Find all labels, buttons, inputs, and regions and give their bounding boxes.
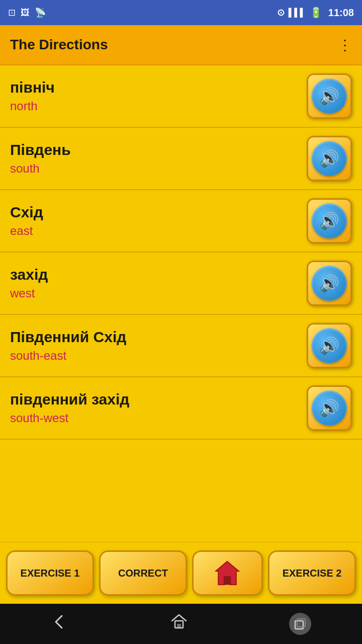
vocab-translation: north xyxy=(10,99,55,113)
signal-bars-icon: ▌▌▌ xyxy=(289,8,306,17)
hotspot-icon: ⊙ xyxy=(277,7,285,18)
audio-circle: 🔊 xyxy=(312,328,347,363)
audio-button-0[interactable]: 🔊 xyxy=(307,73,352,119)
exercise2-button[interactable]: EXERCISE 2 xyxy=(268,550,356,596)
house-icon xyxy=(214,559,241,587)
overflow-menu-button[interactable]: ⋮ xyxy=(338,37,352,53)
status-bar: ⊡ 🖼 📡 ⊙ ▌▌▌ 🔋 11:08 xyxy=(0,0,362,25)
exercise1-button[interactable]: EXERCISE 1 xyxy=(6,550,94,596)
vocab-text: північ north xyxy=(10,79,55,113)
home-nav-button[interactable] xyxy=(170,613,188,635)
vocab-translation: east xyxy=(10,224,43,238)
vocab-translation: south xyxy=(10,162,71,176)
vocab-item: захід west 🔊 xyxy=(0,253,362,315)
header: The Directions ⋮ xyxy=(0,25,362,65)
vocab-word: Південь xyxy=(10,141,71,158)
vocabulary-list: північ north 🔊 Південь south 🔊 Схід east… xyxy=(0,65,362,542)
svg-rect-3 xyxy=(177,624,181,628)
audio-button-2[interactable]: 🔊 xyxy=(307,198,352,244)
vocab-text: Південний Схід south-east xyxy=(10,329,126,363)
svg-rect-1 xyxy=(224,577,231,585)
status-icons-left: ⊡ 🖼 📡 xyxy=(8,7,46,18)
vocab-text: Схід east xyxy=(10,204,43,238)
audio-circle: 🔊 xyxy=(312,141,347,176)
audio-circle: 🔊 xyxy=(312,78,347,114)
speaker-icon: 🔊 xyxy=(319,87,339,106)
vocab-translation: south-west xyxy=(10,411,129,425)
speaker-icon: 🔊 xyxy=(319,336,339,355)
correct-button[interactable]: CORRECT xyxy=(99,550,187,596)
svg-rect-5 xyxy=(297,619,305,627)
vocab-translation: west xyxy=(10,286,48,300)
vocab-item: південний захід south-west 🔊 xyxy=(0,377,362,440)
vocab-word: захід xyxy=(10,266,48,283)
audio-button-4[interactable]: 🔊 xyxy=(307,323,352,368)
vocab-item: Схід east 🔊 xyxy=(0,190,362,253)
speaker-icon: 🔊 xyxy=(319,149,339,168)
audio-circle: 🔊 xyxy=(312,266,347,301)
main-content: північ north 🔊 Південь south 🔊 Схід east… xyxy=(0,65,362,542)
back-button[interactable] xyxy=(51,613,69,635)
audio-circle: 🔊 xyxy=(312,390,347,426)
svg-rect-4 xyxy=(295,621,303,629)
speaker-icon: 🔊 xyxy=(319,274,339,293)
vocab-text: південний захід south-west xyxy=(10,391,129,425)
vocab-word: Схід xyxy=(10,204,43,221)
time-display: 11:08 xyxy=(328,7,354,19)
page-title: The Directions xyxy=(10,37,108,53)
speaker-icon: 🔊 xyxy=(319,398,339,418)
image-icon: 🖼 xyxy=(21,8,30,18)
vocab-word: південний захід xyxy=(10,391,129,408)
audio-button-3[interactable]: 🔊 xyxy=(307,261,352,306)
wifi-icon: ⊡ xyxy=(8,7,16,18)
status-icons-right: ⊙ ▌▌▌ 🔋 11:08 xyxy=(277,7,354,19)
speaker-icon: 🔊 xyxy=(319,211,339,230)
vocab-text: Південь south xyxy=(10,141,71,176)
bottom-toolbar: EXERCISE 1 CORRECT EXERCISE 2 xyxy=(0,542,362,604)
recent-apps-button[interactable] xyxy=(289,613,311,635)
vocab-item: північ north 🔊 xyxy=(0,65,362,128)
vocab-translation: south-east xyxy=(10,349,126,363)
vocab-item: Південний Схід south-east 🔊 xyxy=(0,315,362,377)
home-button[interactable] xyxy=(192,550,263,596)
android-nav-bar xyxy=(0,604,362,644)
battery-icon: 🔋 xyxy=(310,7,322,19)
vocab-text: захід west xyxy=(10,266,48,300)
vocab-item: Південь south 🔊 xyxy=(0,128,362,190)
vocab-word: північ xyxy=(10,79,55,96)
broadcast-icon: 📡 xyxy=(35,7,46,18)
audio-circle: 🔊 xyxy=(312,203,347,238)
audio-button-5[interactable]: 🔊 xyxy=(307,385,352,431)
vocab-word: Південний Схід xyxy=(10,329,126,346)
audio-button-1[interactable]: 🔊 xyxy=(307,136,352,181)
